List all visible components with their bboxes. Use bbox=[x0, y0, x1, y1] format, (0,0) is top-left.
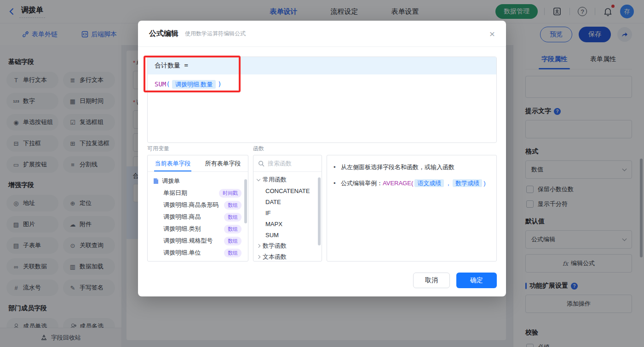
function-search-input[interactable] bbox=[268, 160, 314, 167]
modal-title: 公式编辑 bbox=[149, 29, 178, 39]
variable-root-label: 调拨单 bbox=[162, 177, 180, 185]
function-item-DATE[interactable]: DATE bbox=[253, 196, 322, 207]
variable-row[interactable]: 调拨明细.商品数组 bbox=[148, 211, 248, 223]
field-chip[interactable]: 调拨明细.数量 bbox=[172, 80, 216, 89]
type-badge: 时间戳 bbox=[219, 189, 242, 198]
chevron-down-icon bbox=[257, 177, 260, 181]
close-icon[interactable]: × bbox=[489, 29, 495, 39]
chevron-right-icon bbox=[257, 255, 260, 259]
variable-name: 单据日期 bbox=[163, 189, 187, 197]
variable-name: 调拨明细.规格型号 bbox=[163, 237, 213, 245]
function-item-CONCATENATE[interactable]: CONCATENATE bbox=[253, 185, 322, 196]
hint-line-1: • 从左侧面板选择字段名和函数，或输入函数 bbox=[334, 163, 490, 172]
file-icon bbox=[153, 178, 159, 184]
type-badge: 数组 bbox=[224, 237, 242, 245]
variables-scrollbar[interactable] bbox=[244, 179, 247, 223]
variable-root-row[interactable]: 调拨单 bbox=[148, 175, 248, 187]
variable-row[interactable]: 调拨明细.规格型号数组 bbox=[148, 235, 248, 247]
chevron-right-icon bbox=[257, 244, 260, 248]
variables-panel: 当前表单字段 所有表单字段 调拨单 单据日期时间戳调拨明细.商品条形码数组调拨明… bbox=[147, 155, 248, 262]
example-chip: 语文成绩 bbox=[414, 179, 444, 187]
hint-line-2: • 公式编辑举例：AVERAGE(语文成绩，数学成绩) bbox=[334, 179, 490, 188]
formula-expression[interactable]: SUM(调拨明细.数量) bbox=[148, 74, 496, 95]
variables-label: 可用变量 bbox=[147, 145, 169, 153]
function-group-row[interactable]: 文本函数 bbox=[253, 251, 322, 262]
example-function: AVERAGE( bbox=[383, 180, 413, 187]
formula-function: SUM bbox=[155, 80, 166, 88]
variable-name: 调拨明细.商品 bbox=[163, 213, 201, 221]
function-group-label: 常用函数 bbox=[263, 176, 287, 184]
function-item-MAPX[interactable]: MAPX bbox=[253, 218, 322, 229]
cancel-button[interactable]: 取消 bbox=[413, 273, 450, 288]
type-badge: 数组 bbox=[224, 225, 242, 233]
functions-label: 函数 bbox=[253, 145, 264, 153]
variable-name: 调拨明细.商品条形码 bbox=[163, 201, 219, 209]
variable-name: 调拨明细.单位 bbox=[163, 249, 201, 257]
formula-edit-modal: 公式编辑 使用数学运算符编辑公式 × 合计数量 = SUM(调拨明细.数量) 可… bbox=[138, 21, 506, 296]
example-chip: 数学成绩 bbox=[453, 179, 482, 187]
formula-target: 合计数量 = bbox=[148, 57, 496, 74]
confirm-button[interactable]: 确定 bbox=[456, 273, 497, 288]
function-group-label: 数学函数 bbox=[263, 242, 287, 250]
app-root: 调拨单 表单设计 流程设定 表单设置 数据管理 ? bbox=[0, 0, 644, 347]
function-group-label: 文本函数 bbox=[263, 253, 287, 261]
type-badge: 数组 bbox=[224, 201, 242, 210]
variable-row[interactable]: 调拨明细.类别数组 bbox=[148, 223, 248, 235]
variable-row[interactable]: 调拨明细.单位数组 bbox=[148, 247, 248, 259]
hint-panel: • 从左侧面板选择字段名和函数，或输入函数 • 公式编辑举例：AVERAGE(语… bbox=[327, 155, 497, 262]
function-item-IF[interactable]: IF bbox=[253, 207, 322, 218]
paren-open: ( bbox=[166, 80, 170, 88]
formula-editor[interactable]: 合计数量 = SUM(调拨明细.数量) bbox=[147, 57, 497, 143]
variable-row[interactable]: 单据日期时间戳 bbox=[148, 187, 248, 199]
function-group-row[interactable]: 数学函数 bbox=[253, 240, 322, 251]
functions-panel: 常用函数CONCATENATEDATEIFMAPXSUM数学函数文本函数 bbox=[253, 155, 322, 262]
modal-subtitle: 使用数学运算符编辑公式 bbox=[185, 30, 246, 38]
variable-name: 调拨明细.类别 bbox=[163, 225, 201, 233]
bullet-icon: • bbox=[334, 163, 341, 172]
variable-row[interactable]: 调拨明细.商品条形码数组 bbox=[148, 199, 248, 211]
function-item-SUM[interactable]: SUM bbox=[253, 229, 322, 240]
functions-scrollbar[interactable] bbox=[318, 177, 321, 245]
search-icon bbox=[258, 160, 264, 167]
function-group-row[interactable]: 常用函数 bbox=[253, 174, 322, 185]
type-badge: 数组 bbox=[224, 249, 242, 257]
function-search[interactable] bbox=[253, 155, 322, 172]
tab-current-form-fields[interactable]: 当前表单字段 bbox=[148, 155, 198, 171]
type-badge: 数组 bbox=[224, 213, 242, 222]
bullet-icon: • bbox=[334, 179, 341, 188]
tab-all-form-fields[interactable]: 所有表单字段 bbox=[198, 155, 248, 171]
paren-close: ) bbox=[218, 80, 221, 88]
